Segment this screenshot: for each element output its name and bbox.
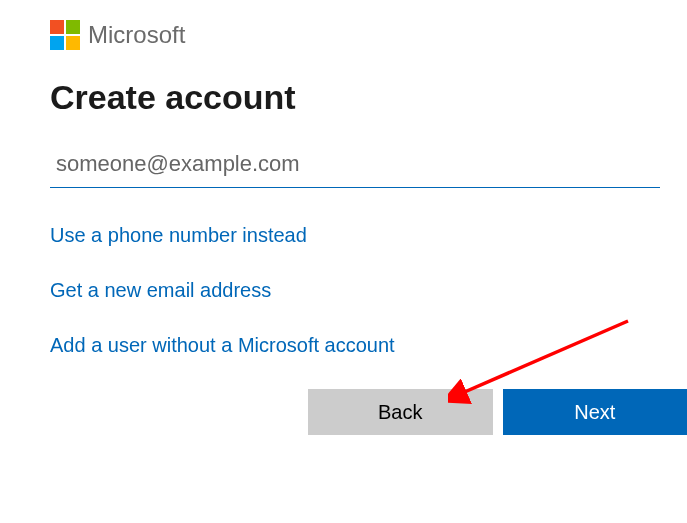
- next-button[interactable]: Next: [503, 389, 688, 435]
- button-row: Back Next: [308, 389, 687, 435]
- email-field[interactable]: [50, 145, 660, 188]
- back-button[interactable]: Back: [308, 389, 493, 435]
- page-title: Create account: [50, 78, 687, 117]
- add-user-no-ms-account-link[interactable]: Add a user without a Microsoft account: [50, 334, 395, 357]
- brand-text: Microsoft: [88, 21, 185, 49]
- use-phone-link[interactable]: Use a phone number instead: [50, 224, 307, 247]
- svg-line-1: [460, 321, 628, 394]
- microsoft-logo-icon: [50, 20, 80, 50]
- brand-row: Microsoft: [50, 20, 687, 50]
- get-new-email-link[interactable]: Get a new email address: [50, 279, 271, 302]
